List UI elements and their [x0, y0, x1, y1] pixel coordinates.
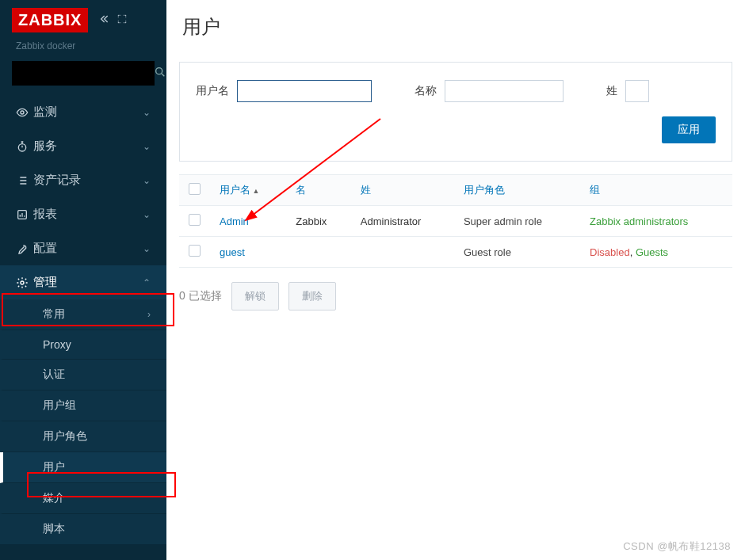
eye-icon [16, 106, 33, 119]
cell-role: Super admin role [454, 206, 580, 237]
svg-point-4 [21, 281, 24, 284]
row-checkbox[interactable] [189, 245, 201, 257]
table-row: guest Guest role Disabled, Guests [179, 237, 732, 268]
cell-role: Guest role [454, 237, 580, 268]
sub-proxy[interactable]: Proxy [0, 330, 166, 360]
wrench-icon [16, 242, 33, 255]
chevron-down-icon: ⌄ [143, 175, 151, 186]
nav-label: 资产记录 [33, 173, 143, 188]
cell-groups: Disabled, Guests [580, 237, 732, 268]
logo: ZABBIX [12, 8, 88, 32]
sub-label: 媒介 [43, 491, 65, 505]
nav-label: 配置 [33, 241, 143, 256]
collapse-icon[interactable] [97, 13, 110, 29]
filter-surname-label: 姓 [606, 84, 617, 98]
col-username[interactable]: 用户名 [210, 175, 286, 206]
nav-services[interactable]: 服务 ⌄ [0, 129, 166, 163]
list-icon [16, 174, 33, 187]
cell-name [286, 237, 351, 268]
group-link[interactable]: Zabbix administrators [590, 215, 688, 227]
nav-label: 服务 [33, 139, 143, 154]
group-link[interactable]: Disabled [590, 246, 630, 258]
chevron-right-icon: › [147, 309, 151, 320]
table-row: Admin Zabbix Administrator Super admin r… [179, 206, 732, 237]
chevron-down-icon: ⌄ [143, 107, 151, 118]
chart-icon [16, 208, 33, 221]
sub-label: 常用 [43, 307, 65, 322]
sub-label: 用户角色 [43, 429, 87, 444]
sub-label: 脚本 [43, 522, 65, 536]
username-link[interactable]: guest [220, 246, 245, 258]
sub-label: 用户组 [43, 398, 76, 413]
selected-count: 0 已选择 [179, 289, 222, 303]
subtitle: Zabbix docker [0, 40, 166, 58]
cell-surname [351, 237, 454, 268]
filter-surname-input[interactable] [625, 80, 649, 102]
chevron-up-icon: ⌃ [143, 277, 151, 288]
filter-name-input[interactable] [445, 80, 564, 102]
stopwatch-icon [16, 140, 33, 153]
unlock-button[interactable]: 解锁 [231, 282, 279, 310]
nav-label: 监测 [33, 105, 143, 120]
sub-scripts[interactable]: 脚本 [0, 514, 166, 544]
sub-user-roles[interactable]: 用户角色 [0, 421, 166, 452]
col-group[interactable]: 组 [580, 175, 732, 206]
users-table: 用户名 名 姓 用户角色 组 Admin Zabbix Administrato… [179, 174, 732, 268]
nav-label: 报表 [33, 207, 143, 222]
nav-label: 管理 [33, 275, 143, 290]
sub-general[interactable]: 常用› [0, 299, 166, 330]
gear-icon [16, 276, 33, 289]
cell-surname: Administrator [351, 206, 454, 237]
search-icon[interactable] [154, 66, 166, 81]
nav-configuration[interactable]: 配置 ⌄ [0, 231, 166, 265]
sub-label: Proxy [43, 338, 71, 351]
nav-inventory[interactable]: 资产记录 ⌄ [0, 163, 166, 197]
svg-point-2 [18, 143, 25, 150]
svg-point-0 [156, 68, 162, 74]
cell-name: Zabbix [286, 206, 351, 237]
search-input[interactable] [20, 67, 154, 79]
filter-name-label: 名称 [415, 84, 437, 98]
filter-username-input[interactable] [237, 80, 372, 102]
sub-user-groups[interactable]: 用户组 [0, 390, 166, 421]
watermark: CSDN @帆布鞋12138 [623, 539, 731, 554]
sub-media[interactable]: 媒介 [0, 483, 166, 514]
sub-label: 认证 [43, 368, 65, 382]
cell-groups: Zabbix administrators [580, 206, 732, 237]
group-link[interactable]: , [630, 246, 636, 258]
sub-users[interactable]: 用户 [0, 452, 166, 483]
col-surname[interactable]: 姓 [351, 175, 454, 206]
chevron-down-icon: ⌄ [143, 243, 151, 254]
delete-button[interactable]: 删除 [288, 282, 336, 310]
chevron-down-icon: ⌄ [143, 141, 151, 152]
nav-administration[interactable]: 管理 ⌃ [0, 265, 166, 299]
nav-monitoring[interactable]: 监测 ⌄ [0, 95, 166, 129]
col-role[interactable]: 用户角色 [454, 175, 580, 206]
filter-username-label: 用户名 [196, 84, 229, 98]
search-box[interactable] [12, 61, 155, 86]
sub-auth[interactable]: 认证 [0, 360, 166, 390]
nav-reports[interactable]: 报表 ⌄ [0, 197, 166, 231]
sub-label: 用户 [43, 460, 65, 474]
svg-point-1 [21, 111, 24, 114]
apply-button[interactable]: 应用 [662, 116, 716, 143]
page-title: 用户 [166, 0, 745, 54]
username-link[interactable]: Admin [220, 215, 249, 227]
col-name[interactable]: 名 [286, 175, 351, 206]
fullscreen-icon[interactable] [117, 13, 128, 27]
row-checkbox[interactable] [189, 214, 201, 226]
chevron-down-icon: ⌄ [143, 209, 151, 220]
group-link[interactable]: Guests [636, 246, 668, 258]
select-all-checkbox[interactable] [189, 183, 201, 195]
filter-panel: 用户名 名称 姓 应用 [179, 62, 732, 162]
